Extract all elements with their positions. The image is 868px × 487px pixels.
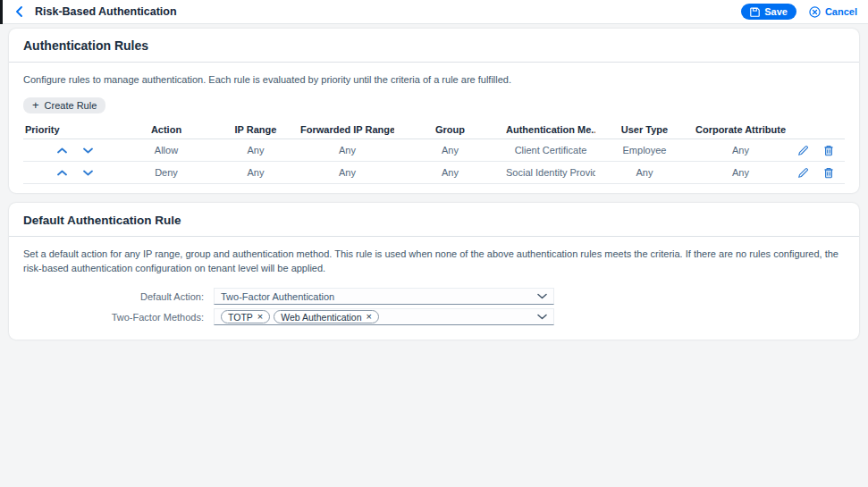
token-label: Web Authentication bbox=[281, 312, 361, 323]
chevron-down-icon bbox=[537, 314, 547, 320]
authentication-rules-header: Authentication Rules bbox=[9, 29, 859, 63]
default-rule-header: Default Authentication Rule bbox=[9, 203, 859, 237]
token-web-authentication[interactable]: Web Authentication × bbox=[274, 310, 379, 323]
trash-icon bbox=[823, 167, 834, 179]
column-header-authentication-method: Authentication Me... bbox=[506, 121, 595, 139]
column-header-row-actions bbox=[788, 121, 845, 139]
ip-range-cell: Any bbox=[211, 162, 300, 184]
token-totp[interactable]: TOTP × bbox=[221, 310, 270, 323]
move-up-button[interactable] bbox=[55, 165, 69, 180]
forwarded-ip-range-cell: Any bbox=[300, 139, 394, 162]
move-down-button[interactable] bbox=[81, 165, 96, 180]
move-up-button[interactable] bbox=[55, 143, 69, 157]
user-type-cell: Employee bbox=[595, 139, 694, 162]
chevron-down-icon bbox=[83, 170, 93, 176]
column-header-action: Action bbox=[122, 121, 211, 139]
move-down-button[interactable] bbox=[81, 143, 96, 157]
save-button[interactable]: Save bbox=[741, 4, 796, 20]
chevron-up-icon bbox=[57, 147, 67, 154]
two-factor-methods-multiselect[interactable]: TOTP × Web Authentication × bbox=[214, 308, 554, 325]
delete-rule-button[interactable] bbox=[821, 142, 837, 158]
rules-table-header-row: Priority Action IP Range Forwarded IP Ra… bbox=[23, 121, 845, 139]
authentication-rules-description: Configure rules to manage authentication… bbox=[9, 63, 859, 88]
default-action-select[interactable]: Two-Factor Authentication bbox=[214, 288, 554, 305]
group-cell: Any bbox=[394, 162, 506, 184]
create-rule-label: Create Rule bbox=[45, 100, 97, 111]
table-row: Deny Any Any Any Social Identity Provide… bbox=[23, 162, 845, 184]
section-title: Default Authentication Rule bbox=[23, 214, 181, 227]
action-cell: Allow bbox=[122, 139, 211, 162]
chevron-up-icon bbox=[57, 170, 67, 176]
table-row: Allow Any Any Any Client Certificate Emp… bbox=[23, 139, 845, 162]
user-type-cell: Any bbox=[595, 162, 694, 184]
top-bar: Risk-Based Authentication Save Cancel bbox=[0, 0, 868, 24]
group-cell: Any bbox=[394, 139, 506, 162]
two-factor-methods-label: Two-Factor Methods: bbox=[9, 312, 214, 323]
forwarded-ip-range-cell: Any bbox=[300, 162, 394, 184]
back-button[interactable] bbox=[6, 2, 31, 21]
section-title: Authentication Rules bbox=[23, 38, 148, 53]
save-button-label: Save bbox=[764, 6, 788, 17]
token-label: TOTP bbox=[228, 312, 253, 323]
plus-icon: + bbox=[32, 99, 39, 111]
action-cell: Deny bbox=[122, 162, 211, 184]
save-disk-icon bbox=[750, 7, 760, 17]
auth-method-cell: Social Identity Provider bbox=[506, 162, 595, 184]
row-actions-cell bbox=[788, 162, 845, 184]
corporate-attribute-cell: Any bbox=[694, 162, 788, 184]
column-header-group: Group bbox=[394, 121, 506, 139]
create-rule-button[interactable]: + Create Rule bbox=[23, 97, 105, 113]
window-edge bbox=[0, 0, 3, 24]
default-action-label: Default Action: bbox=[9, 291, 214, 302]
auth-method-cell: Client Certificate bbox=[506, 139, 595, 162]
cancel-button[interactable]: Cancel bbox=[809, 4, 857, 20]
priority-cell bbox=[23, 162, 122, 184]
default-rule-form: Default Action: Two-Factor Authenticatio… bbox=[9, 288, 859, 325]
delete-rule-button[interactable] bbox=[821, 164, 837, 181]
default-action-value: Two-Factor Authentication bbox=[221, 291, 537, 302]
default-authentication-rule-card: Default Authentication Rule Set a defaul… bbox=[9, 203, 859, 340]
page-title: Risk-Based Authentication bbox=[35, 5, 177, 18]
two-factor-methods-row: Two-Factor Methods: TOTP × Web Authentic… bbox=[9, 308, 859, 325]
cancel-button-label: Cancel bbox=[825, 6, 857, 17]
row-actions-cell bbox=[788, 139, 845, 162]
pencil-icon bbox=[797, 167, 809, 179]
edit-rule-button[interactable] bbox=[796, 142, 812, 158]
token-remove-icon[interactable]: × bbox=[257, 312, 263, 322]
column-header-corporate-attribute: Corporate Attribute bbox=[694, 121, 788, 139]
corporate-attribute-cell: Any bbox=[694, 139, 788, 162]
chevron-down-icon bbox=[83, 147, 93, 154]
rules-table: Priority Action IP Range Forwarded IP Ra… bbox=[23, 121, 845, 185]
default-rule-description: Set a default action for any IP range, g… bbox=[9, 237, 859, 276]
priority-cell bbox=[23, 139, 122, 162]
default-action-row: Default Action: Two-Factor Authenticatio… bbox=[9, 288, 859, 305]
token-remove-icon[interactable]: × bbox=[367, 312, 372, 322]
trash-icon bbox=[823, 145, 834, 156]
column-header-priority: Priority bbox=[23, 121, 122, 139]
column-header-ip-range: IP Range bbox=[211, 121, 300, 139]
column-header-user-type: User Type bbox=[595, 121, 694, 139]
chevron-left-icon bbox=[15, 6, 23, 17]
cancel-circle-x-icon bbox=[809, 6, 821, 18]
ip-range-cell: Any bbox=[211, 139, 300, 162]
pencil-icon bbox=[797, 145, 809, 156]
edit-rule-button[interactable] bbox=[796, 164, 812, 181]
chevron-down-icon bbox=[537, 293, 547, 299]
authentication-rules-card: Authentication Rules Configure rules to … bbox=[9, 29, 859, 193]
column-header-forwarded-ip-range: Forwarded IP Range bbox=[300, 121, 394, 139]
